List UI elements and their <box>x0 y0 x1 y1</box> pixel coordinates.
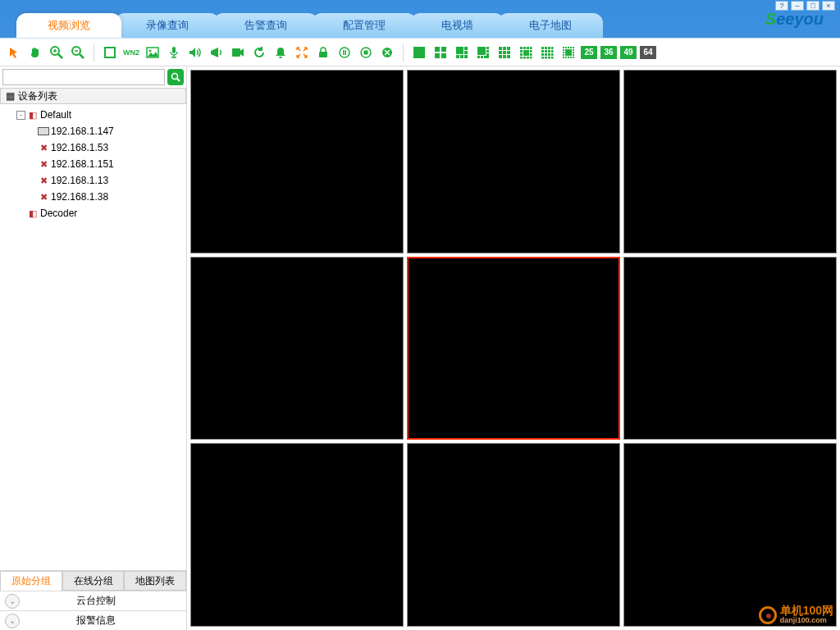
svg-rect-78 <box>568 47 569 48</box>
subtab-online-group[interactable]: 在线分组 <box>62 571 125 591</box>
layout-25-button[interactable]: 25 <box>581 46 597 59</box>
svg-rect-81 <box>563 49 564 51</box>
tree-node-device[interactable]: ✖ 192.168.1.38 <box>0 189 186 205</box>
speaker-icon[interactable] <box>186 43 204 62</box>
broadcast-icon[interactable] <box>208 43 226 62</box>
wn2-layout-icon[interactable]: WN2 <box>122 43 140 62</box>
video-cell[interactable] <box>407 70 620 253</box>
svg-rect-53 <box>530 50 532 52</box>
snapshot-icon[interactable] <box>144 43 162 62</box>
subtab-original-group[interactable]: 原始分组 <box>0 571 62 591</box>
svg-rect-63 <box>551 47 554 49</box>
svg-rect-32 <box>486 50 489 52</box>
bell-icon[interactable] <box>272 43 290 62</box>
tab-recording-query[interactable]: 录像查询 <box>115 13 220 38</box>
search-button[interactable] <box>167 69 184 85</box>
svg-rect-51 <box>520 50 523 52</box>
tab-alarm-query[interactable]: 告警查询 <box>213 13 318 38</box>
video-cell[interactable] <box>623 257 837 441</box>
accordion-ptz-control[interactable]: ⌄ 云台控制 <box>0 591 186 610</box>
svg-rect-59 <box>530 57 532 59</box>
device-tree[interactable]: - ◧ Default 192.168.1.147 ✖ 192.168.1.53… <box>0 104 186 570</box>
fullscreen-icon[interactable] <box>101 43 119 62</box>
video-cell[interactable] <box>407 443 620 627</box>
lock-icon[interactable] <box>314 43 332 62</box>
svg-rect-65 <box>545 50 547 52</box>
tree-node-device[interactable]: ✖ 192.168.1.53 <box>0 139 186 156</box>
video-cell[interactable] <box>190 443 404 627</box>
svg-rect-12 <box>319 52 327 57</box>
layout-36-button[interactable]: 36 <box>600 46 617 59</box>
video-cell-selected[interactable] <box>407 257 620 441</box>
svg-rect-79 <box>570 47 572 48</box>
record-icon[interactable] <box>229 43 247 62</box>
svg-rect-64 <box>541 50 544 52</box>
svg-rect-66 <box>548 50 550 52</box>
svg-rect-19 <box>413 47 425 58</box>
tree-node-device[interactable]: ✖ 192.168.1.151 <box>0 156 186 172</box>
svg-rect-35 <box>481 56 483 58</box>
svg-line-1 <box>58 54 62 58</box>
layout-1-icon[interactable] <box>410 43 428 62</box>
svg-rect-29 <box>464 55 468 58</box>
svg-rect-27 <box>456 55 459 58</box>
expand-arrows-icon[interactable] <box>293 43 311 62</box>
video-cell[interactable] <box>623 443 837 627</box>
svg-rect-39 <box>503 47 506 50</box>
tree-node-default[interactable]: - ◧ Default <box>0 107 186 123</box>
layout-6-icon[interactable] <box>453 43 471 62</box>
hand-tool-icon[interactable] <box>26 43 44 62</box>
svg-rect-34 <box>477 56 480 58</box>
close-button[interactable]: × <box>822 1 835 11</box>
tab-video-preview[interactable]: 视频浏览 <box>16 13 121 38</box>
subtab-map-list[interactable]: 地图列表 <box>124 571 186 591</box>
pause-icon[interactable] <box>336 43 354 62</box>
sidebar-subtabs: 原始分组 在线分组 地图列表 <box>0 571 186 591</box>
accordion-alarm-info[interactable]: ⌄ 报警信息 <box>0 610 186 630</box>
svg-rect-57 <box>523 57 526 59</box>
video-cell[interactable] <box>623 70 837 253</box>
zoom-in-icon[interactable] <box>48 43 66 62</box>
close-all-icon[interactable] <box>378 43 396 62</box>
svg-rect-70 <box>548 53 550 56</box>
zoom-out-icon[interactable] <box>69 43 87 62</box>
refresh-icon[interactable] <box>250 43 268 62</box>
layout-16-icon[interactable] <box>538 43 556 62</box>
svg-rect-28 <box>460 55 463 58</box>
svg-rect-41 <box>499 51 502 54</box>
svg-rect-48 <box>523 47 526 49</box>
layout-20-icon[interactable] <box>559 43 578 62</box>
pointer-tool-icon[interactable] <box>5 43 23 62</box>
expander-icon[interactable]: - <box>16 111 25 120</box>
app-logo: Seeyou <box>765 10 824 29</box>
video-cell[interactable] <box>190 257 404 441</box>
chevron-down-icon: ⌄ <box>5 614 20 628</box>
svg-rect-21 <box>441 47 446 52</box>
svg-rect-7 <box>105 48 115 57</box>
stop-icon[interactable] <box>357 43 375 62</box>
layout-64-button[interactable]: 64 <box>640 46 656 59</box>
tree-node-device[interactable]: ✖ 192.168.1.13 <box>0 172 186 189</box>
svg-rect-50 <box>530 47 532 49</box>
tab-tv-wall[interactable]: 电视墙 <box>410 13 504 38</box>
layout-8-icon[interactable] <box>474 43 492 62</box>
tree-node-decoder[interactable]: ◧ Decoder <box>0 205 186 221</box>
svg-rect-40 <box>507 47 510 50</box>
device-search-input[interactable] <box>2 69 165 85</box>
svg-rect-52 <box>523 50 529 56</box>
layout-13-icon[interactable] <box>517 43 535 62</box>
tree-node-device[interactable]: 192.168.1.147 <box>0 123 186 139</box>
tab-config-manage[interactable]: 配置管理 <box>312 13 417 38</box>
tab-emap[interactable]: 电子地图 <box>498 13 603 38</box>
svg-rect-26 <box>464 51 468 54</box>
video-cell[interactable] <box>190 70 404 253</box>
mic-icon[interactable] <box>165 43 183 62</box>
svg-rect-38 <box>499 47 502 50</box>
layout-49-button[interactable]: 49 <box>620 46 637 59</box>
layout-4-icon[interactable] <box>431 43 450 62</box>
svg-rect-82 <box>565 49 572 56</box>
svg-rect-92 <box>573 57 574 58</box>
layout-9-icon[interactable] <box>495 43 514 62</box>
svg-rect-20 <box>435 47 440 52</box>
svg-rect-86 <box>563 54 564 56</box>
